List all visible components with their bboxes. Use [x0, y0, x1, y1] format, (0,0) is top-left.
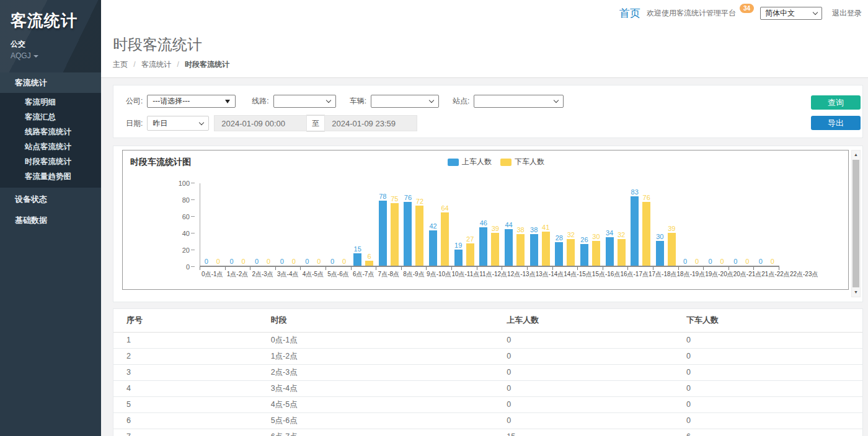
y-axis-label: 80	[182, 196, 190, 204]
table-row: 76点-7点156	[113, 429, 862, 436]
bar[interactable]	[466, 243, 474, 266]
bar[interactable]	[391, 203, 399, 266]
bar[interactable]	[365, 261, 373, 266]
bar[interactable]	[454, 250, 463, 266]
bar-wrap: 64	[440, 204, 450, 266]
chevron-down-icon	[429, 98, 434, 103]
bar[interactable]	[516, 234, 525, 266]
bar[interactable]	[505, 229, 513, 266]
bar[interactable]	[592, 241, 600, 266]
bar[interactable]	[429, 230, 437, 266]
bar-wrap: 38	[529, 226, 539, 266]
notification-badge[interactable]: 34	[740, 4, 754, 13]
sidebar-section-device-status[interactable]: 设备状态	[0, 189, 101, 210]
table-cell: 7	[113, 429, 271, 436]
action-buttons: 查询 导出	[811, 95, 861, 130]
org-code-dropdown[interactable]: AQGJ	[11, 51, 101, 60]
bar-value-label: 26	[580, 236, 588, 243]
table-cell: 0	[507, 348, 686, 364]
bar-wrap: 0	[314, 258, 324, 266]
bar-value-label: 0	[255, 258, 259, 265]
sidebar-item-客流量趋势图[interactable]: 客流量趋势图	[0, 169, 101, 184]
legend-item-alighting[interactable]: 下车人数	[500, 157, 544, 167]
chart-scrollbar[interactable]: ▲ ▼	[851, 150, 861, 297]
breadcrumb-passenger-stats[interactable]: 客流统计	[141, 60, 171, 69]
bar[interactable]	[491, 233, 499, 266]
table-header-cell: 序号	[113, 309, 271, 332]
date-to-input[interactable]: 2024-01-09 23:59	[324, 115, 417, 131]
topbar: 首页 欢迎使用客流统计管理平台 34 简体中文 退出登录	[101, 0, 868, 26]
station-select[interactable]	[474, 95, 564, 108]
breadcrumb-home[interactable]: 主页	[113, 60, 128, 69]
bar[interactable]	[555, 242, 563, 266]
x-axis-label: 14点-15点	[564, 270, 592, 279]
main-area: 首页 欢迎使用客流统计管理平台 34 简体中文 退出登录 时段客流统计 主页 /…	[101, 0, 868, 436]
table-row: 43点-4点00	[113, 380, 862, 396]
bar[interactable]	[379, 201, 387, 266]
sidebar-item-时段客流统计[interactable]: 时段客流统计	[0, 154, 101, 169]
bar-wrap: 0	[730, 258, 740, 266]
x-axis-label: 2点-3点	[250, 270, 275, 279]
bar-value-label: 78	[379, 193, 386, 200]
export-button[interactable]: 导出	[811, 116, 861, 130]
table-cell: 15	[507, 429, 686, 436]
company-select[interactable]: ---请选择---	[147, 95, 236, 108]
sidebar-section-passenger-stats[interactable]: 客流统计	[0, 72, 101, 93]
scrollbar-thumb[interactable]	[852, 160, 859, 287]
bar[interactable]	[606, 237, 614, 266]
query-button[interactable]: 查询	[811, 95, 861, 110]
bar[interactable]	[441, 212, 449, 266]
table-header-cell: 下车人数	[686, 309, 862, 332]
bar-wrap: 0	[692, 258, 702, 266]
date-from-input[interactable]: 2024-01-09 00:00	[214, 115, 307, 131]
date-preset-select[interactable]: 昨日	[147, 116, 209, 131]
bar-wrap: 27	[465, 235, 475, 266]
scroll-down-icon[interactable]: ▼	[852, 288, 860, 297]
bar-wrap: 0	[327, 258, 337, 266]
home-link[interactable]: 首页	[619, 6, 640, 20]
bar[interactable]	[567, 239, 575, 266]
chart-legend: 上车人数 下车人数	[448, 157, 553, 167]
y-axis-label: 100	[179, 180, 190, 187]
bar-value-label: 44	[505, 221, 512, 229]
bar-wrap: 30	[655, 233, 665, 266]
bar[interactable]	[353, 253, 361, 266]
sidebar-item-客流汇总[interactable]: 客流汇总	[0, 110, 101, 124]
language-select[interactable]: 简体中文	[760, 7, 822, 20]
vehicle-select[interactable]	[371, 95, 439, 108]
logout-link[interactable]: 退出登录	[832, 8, 862, 19]
bar[interactable]	[631, 196, 639, 266]
sidebar-item-线路客流统计[interactable]: 线路客流统计	[0, 124, 101, 139]
bar[interactable]	[542, 232, 550, 266]
bar[interactable]	[656, 241, 664, 266]
sidebar-section-base-data[interactable]: 基础数据	[0, 210, 101, 231]
line-select[interactable]	[273, 95, 336, 108]
bar-value-label: 39	[668, 225, 675, 232]
table-cell: 1	[113, 332, 271, 348]
sidebar-item-站点客流统计[interactable]: 站点客流统计	[0, 139, 101, 154]
bar[interactable]	[580, 244, 588, 266]
bar[interactable]	[479, 227, 487, 266]
bar[interactable]	[415, 206, 423, 266]
bar-wrap: 72	[415, 198, 425, 266]
table-body: 10点-1点0021点-2点0032点-3点0043点-4点0054点-5点00…	[113, 332, 862, 436]
table-cell: 5	[113, 396, 271, 412]
bar[interactable]	[530, 234, 538, 266]
x-axis-label: 22点-23点	[790, 270, 818, 279]
table-header-cell: 上车人数	[507, 309, 686, 332]
bar-wrap: 39	[666, 225, 676, 266]
y-axis-tick	[191, 216, 195, 217]
scroll-up-icon[interactable]: ▲	[852, 150, 860, 159]
x-axis-label: 6点-7点	[351, 270, 376, 279]
chart-bar-group: 2832	[552, 183, 578, 266]
bar[interactable]	[404, 202, 412, 266]
bar-value-label: 38	[530, 226, 538, 233]
bar[interactable]	[618, 239, 626, 266]
table-cell: 0	[507, 364, 686, 380]
bar-value-label: 6	[368, 253, 371, 260]
legend-item-boarding[interactable]: 上车人数	[448, 157, 492, 167]
bar[interactable]	[642, 202, 650, 266]
sidebar-item-客流明细[interactable]: 客流明细	[0, 95, 101, 110]
bar[interactable]	[668, 233, 676, 266]
bar-value-label: 0	[720, 258, 724, 265]
